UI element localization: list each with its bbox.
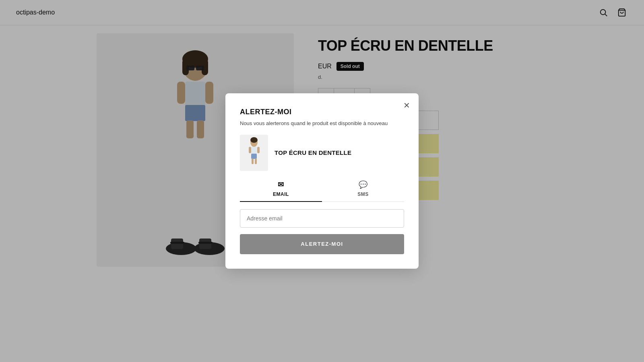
svg-point-23 [250, 137, 258, 143]
modal-product-thumbnail [240, 135, 268, 171]
svg-rect-25 [249, 147, 251, 153]
email-icon: ✉ [278, 180, 284, 189]
tab-email[interactable]: ✉ EMAIL [240, 180, 322, 202]
sms-icon: 💬 [359, 180, 368, 189]
modal-product-image [243, 137, 265, 169]
modal-tabs: ✉ EMAIL 💬 SMS [240, 180, 404, 202]
alert-modal: ✕ ALERTEZ-MOI Nous vous alerterons quand… [225, 93, 419, 269]
svg-rect-29 [255, 158, 257, 164]
tab-sms-label: SMS [357, 191, 369, 197]
modal-product-name: TOP ÉCRU EN DENTELLE [275, 149, 351, 156]
svg-rect-28 [252, 158, 254, 164]
tab-email-label: EMAIL [273, 191, 289, 197]
modal-title: ALERTEZ-MOI [240, 108, 404, 116]
email-input[interactable] [240, 209, 404, 228]
modal-close-button[interactable]: ✕ [401, 100, 412, 111]
tab-sms[interactable]: 💬 SMS [322, 180, 404, 202]
svg-rect-26 [257, 147, 260, 153]
svg-rect-24 [251, 147, 257, 154]
modal-backdrop[interactable]: ✕ ALERTEZ-MOI Nous vous alerterons quand… [0, 0, 644, 362]
modal-subtitle: Nous vous alerterons quand le produit es… [240, 119, 404, 128]
svg-rect-27 [251, 154, 257, 159]
alertez-moi-button[interactable]: ALERTEZ-MOI [240, 234, 404, 254]
close-icon: ✕ [403, 101, 410, 109]
modal-product-card: TOP ÉCRU EN DENTELLE [240, 135, 404, 171]
